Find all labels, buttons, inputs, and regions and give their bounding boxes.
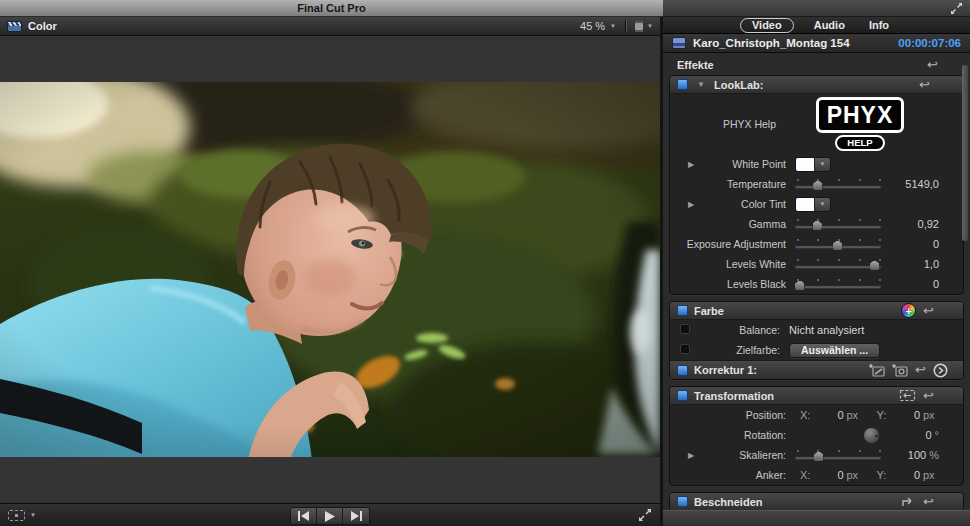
next-frame-button[interactable]: [343, 508, 369, 524]
clip-appearance-menu[interactable]: ▼: [8, 510, 36, 521]
param-label: Gamma: [698, 218, 786, 230]
levels-black-slider[interactable]: [795, 276, 881, 292]
crop-arrow-icon[interactable]: [900, 496, 916, 508]
fullscreen-icon: [638, 508, 652, 522]
anker-x-value[interactable]: 0: [816, 469, 844, 481]
rotation-value[interactable]: 0: [925, 429, 931, 441]
color-tint-colorwell[interactable]: ▼: [795, 197, 831, 212]
farbe-title: Farbe: [694, 305, 724, 317]
beschneiden-panel: Beschneiden ↩: [669, 492, 964, 510]
temperature-slider[interactable]: [795, 176, 881, 192]
param-value[interactable]: 0,92: [887, 218, 963, 230]
zielfarbe-checkbox[interactable]: [680, 344, 690, 354]
beschneiden-enabled-checkbox[interactable]: [677, 496, 688, 507]
auswaehlen-button[interactable]: Auswählen ...: [789, 343, 880, 358]
play-icon: [324, 511, 336, 522]
inspector-panel: Video Audio Info Karo_Christoph_Montag 1…: [663, 17, 970, 526]
clip-thumbnail-icon: [672, 37, 686, 49]
param-value[interactable]: 5149,0: [887, 178, 963, 190]
skalieren-slider[interactable]: [795, 447, 881, 463]
param-value[interactable]: 0: [887, 238, 963, 250]
param-value[interactable]: 1,0: [887, 258, 963, 270]
balance-label: Balance:: [692, 324, 780, 336]
disclosure-icon[interactable]: ▶: [684, 451, 698, 460]
fcp-window: Final Cut Pro Color 45 % ▼ ▼: [0, 0, 970, 526]
anker-y-value[interactable]: 0: [893, 469, 921, 481]
param-label: Color Tint: [698, 198, 786, 210]
chevron-down-icon: ▼: [820, 201, 826, 207]
exposure-slider[interactable]: [795, 236, 881, 252]
skalieren-value[interactable]: 100: [908, 449, 926, 461]
disclosure-icon[interactable]: ▶: [684, 160, 698, 169]
reset-icon[interactable]: ↩: [919, 79, 930, 91]
reset-icon[interactable]: ↩: [923, 390, 934, 402]
clip-name: Karo_Christoph_Montag 154: [693, 37, 891, 49]
x-label: X:: [800, 469, 816, 481]
viewer-panel: Color 45 % ▼ ▼: [0, 17, 663, 526]
position-label: Position:: [698, 409, 786, 421]
transformation-enabled-checkbox[interactable]: [677, 390, 688, 401]
tab-audio[interactable]: Audio: [810, 19, 849, 32]
reset-icon[interactable]: ↩: [927, 59, 938, 71]
zielfarbe-label: Zielfarbe:: [692, 344, 780, 356]
param-value[interactable]: 0: [887, 278, 963, 290]
phyx-help-button[interactable]: HELP: [835, 135, 884, 151]
tab-video[interactable]: Video: [740, 18, 794, 33]
viewer-canvas: [0, 36, 660, 503]
fullscreen-button[interactable]: [638, 508, 652, 522]
inspector-scrollbar[interactable]: [962, 65, 968, 241]
balance-checkbox[interactable]: [680, 324, 690, 334]
rotation-dial[interactable]: [863, 427, 880, 444]
titlebar: Final Cut Pro: [0, 0, 970, 17]
balance-value: Nicht analysiert: [789, 324, 864, 336]
position-x-value[interactable]: 0: [816, 409, 844, 421]
farbe-enabled-checkbox[interactable]: [677, 305, 688, 316]
position-row: Position: X: 0 px Y: 0 px: [670, 405, 963, 425]
looklab-panel: ▼ LookLab: ↩ PHYX Help PHYX HELP ▶: [669, 75, 964, 295]
farbe-panel: Farbe + ↩ Balance: Nicht analysiert Ziel: [669, 301, 964, 380]
transport-controls: [290, 507, 370, 525]
param-row-white-point: ▶ White Point ▼: [670, 154, 963, 174]
px-unit: px: [847, 469, 863, 481]
transform-onscreen-icon[interactable]: [899, 389, 916, 402]
gamma-slider[interactable]: [795, 216, 881, 232]
param-row-color-tint: ▶ Color Tint ▼: [670, 194, 963, 214]
farbe-header: Farbe + ↩: [670, 302, 963, 320]
effects-header: Effekte: [677, 59, 714, 71]
add-color-correction-icon[interactable]: +: [901, 303, 916, 318]
previous-frame-button[interactable]: [291, 508, 317, 524]
play-button[interactable]: [317, 508, 343, 524]
titlebar-right: [663, 0, 970, 17]
go-to-color-board-icon[interactable]: [933, 363, 948, 378]
zoom-window-icon[interactable]: [950, 2, 963, 15]
zoom-level-menu[interactable]: 45 % ▼: [580, 20, 616, 32]
clip-timecode: 00:00:07:06: [898, 37, 961, 49]
percent-unit: %: [929, 449, 939, 461]
levels-white-slider[interactable]: [795, 256, 881, 272]
filmstrip-icon: [635, 21, 643, 32]
reset-icon[interactable]: ↩: [923, 496, 934, 508]
looklab-enabled-checkbox[interactable]: [677, 79, 688, 90]
korrektur-enabled-checkbox[interactable]: [677, 365, 688, 376]
tab-info[interactable]: Info: [865, 19, 893, 32]
crop-icon: [8, 510, 25, 521]
add-shape-mask-icon[interactable]: [892, 363, 908, 378]
phyx-logo: PHYX: [816, 97, 904, 133]
disclosure-icon[interactable]: ▶: [684, 200, 698, 209]
add-color-mask-icon[interactable]: [869, 363, 885, 378]
phyx-help-label: PHYX Help: [674, 118, 776, 130]
balance-row: Balance: Nicht analysiert: [670, 320, 963, 340]
looklab-title: LookLab:: [714, 79, 764, 91]
reset-icon[interactable]: ↩: [923, 305, 934, 317]
video-preview[interactable]: [0, 82, 660, 457]
view-options-menu[interactable]: ▼: [635, 21, 653, 32]
inspector-body: Effekte ↩ ▼ LookLab: ↩ PHYX Help PHYX: [663, 53, 970, 510]
white-point-colorwell[interactable]: ▼: [795, 157, 831, 172]
disclosure-open-icon[interactable]: ▼: [694, 80, 708, 89]
zielfarbe-row: Zielfarbe: Auswählen ...: [670, 340, 963, 360]
px-unit: px: [923, 409, 939, 421]
y-label: Y:: [877, 409, 893, 421]
position-y-value[interactable]: 0: [893, 409, 921, 421]
transformation-panel: Transformation ↩ Position:: [669, 386, 964, 486]
reset-icon[interactable]: ↩: [915, 364, 926, 376]
